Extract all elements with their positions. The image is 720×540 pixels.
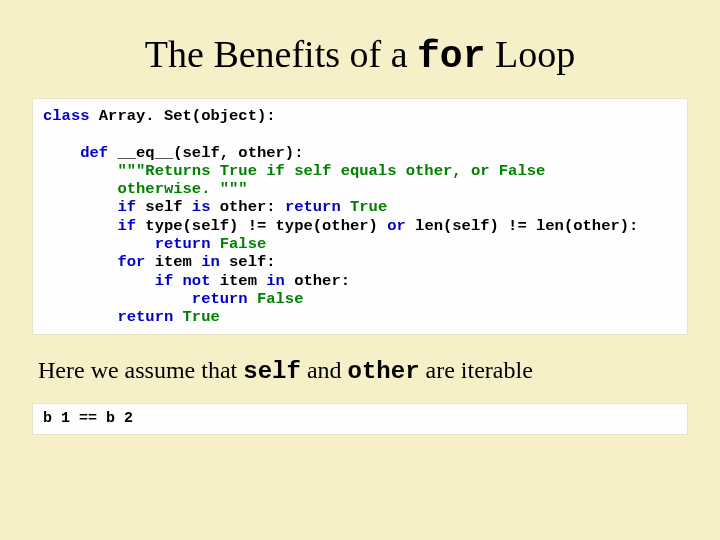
- kw-class: class: [43, 107, 90, 125]
- slide: The Benefits of a for Loop class Array. …: [0, 0, 720, 540]
- kw-not: not: [183, 272, 211, 290]
- code-text: item: [210, 272, 266, 290]
- kw-def: def: [80, 144, 108, 162]
- code-text: b 1 == b 2: [43, 410, 133, 427]
- code-text: __eq__(self, other):: [108, 144, 303, 162]
- kw-return: return: [117, 308, 173, 326]
- code-text: len(self) != len(other):: [406, 217, 639, 235]
- docstring: otherwise. """: [117, 180, 247, 198]
- note-text: are iterable: [420, 357, 533, 383]
- kw-return: return: [285, 198, 341, 216]
- kw-return: return: [155, 235, 211, 253]
- code-text: Array. Set(object):: [90, 107, 276, 125]
- kw-or: or: [387, 217, 406, 235]
- kw-if: if: [117, 198, 136, 216]
- note-text: and: [301, 357, 348, 383]
- code-text: self:: [220, 253, 276, 271]
- code-text: [173, 272, 182, 290]
- lit-true: True: [173, 308, 220, 326]
- kw-if: if: [155, 272, 174, 290]
- kw-is: is: [192, 198, 211, 216]
- kw-for: for: [117, 253, 145, 271]
- code-text: type(self) != type(other): [136, 217, 387, 235]
- note-text: Here we assume that: [38, 357, 243, 383]
- code-text: self: [136, 198, 192, 216]
- kw-in: in: [266, 272, 285, 290]
- title-code: for: [417, 35, 485, 78]
- title-post: Loop: [485, 33, 575, 75]
- explanatory-note: Here we assume that self and other are i…: [38, 357, 688, 385]
- kw-if: if: [117, 217, 136, 235]
- kw-return: return: [192, 290, 248, 308]
- lit-false: False: [248, 290, 304, 308]
- note-code-other: other: [348, 358, 420, 385]
- slide-title: The Benefits of a for Loop: [32, 32, 688, 78]
- code-block-eq: class Array. Set(object): def __eq__(sel…: [32, 98, 688, 335]
- code-text: other:: [285, 272, 350, 290]
- kw-in: in: [201, 253, 220, 271]
- code-text: item: [145, 253, 201, 271]
- docstring: """Returns True if self equals other, or…: [117, 162, 545, 180]
- title-pre: The Benefits of a: [145, 33, 417, 75]
- note-code-self: self: [243, 358, 301, 385]
- code-text: other:: [210, 198, 284, 216]
- lit-true: True: [341, 198, 388, 216]
- lit-false: False: [210, 235, 266, 253]
- code-block-compare: b 1 == b 2: [32, 403, 688, 435]
